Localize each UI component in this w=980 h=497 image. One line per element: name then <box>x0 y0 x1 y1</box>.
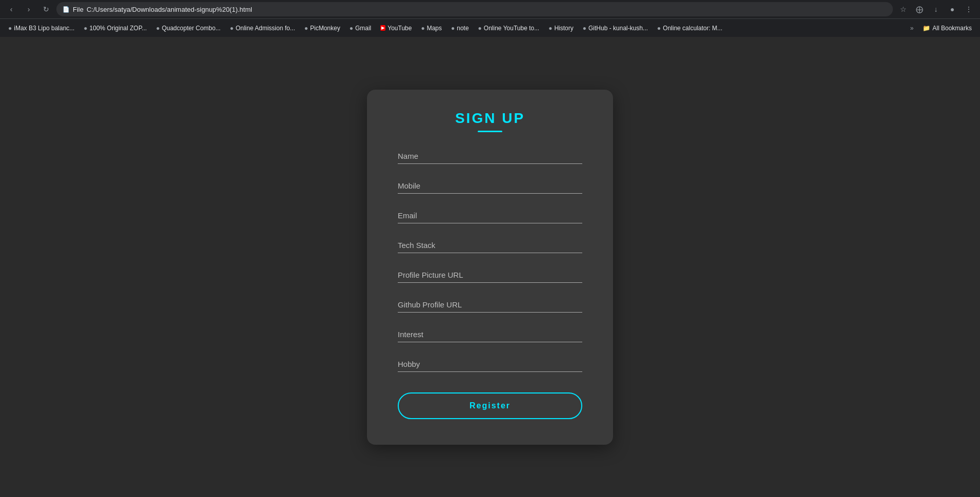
profile-pic-input[interactable] <box>398 267 582 283</box>
signup-card: SIGN UP <box>367 90 613 445</box>
bookmark-label-github: GitHub - kunal-kush... <box>588 25 648 32</box>
bookmark-calculator[interactable]: ● Online calculator: M... <box>653 22 726 35</box>
bookmarks-bar: ● iMax B3 Lipo balanc... ● 100% Original… <box>0 18 980 37</box>
title-bar-actions: ☆ ⨁ ↓ ● ⋮ <box>896 2 976 16</box>
bookmark-label-youtube: YouTube <box>387 25 412 32</box>
bookmark-label-admission: Online Admission fo... <box>236 25 295 32</box>
signup-form: Register <box>398 149 582 419</box>
menu-button[interactable]: ⋮ <box>962 2 976 16</box>
hobby-group <box>398 357 582 372</box>
register-button[interactable]: Register <box>398 392 582 419</box>
bookmark-history[interactable]: ● History <box>544 22 578 35</box>
browser-frame: ‹ › ↻ 📄 File C:/Users/satya/Downloads/an… <box>0 0 980 497</box>
bookmark-favicon-quad: ● <box>156 25 159 32</box>
hobby-input[interactable] <box>398 357 582 372</box>
bookmark-favicon-calculator: ● <box>657 25 661 32</box>
github-profile-group <box>398 297 582 313</box>
title-bar: ‹ › ↻ 📄 File C:/Users/satya/Downloads/an… <box>0 0 980 18</box>
bookmark-github[interactable]: ● GitHub - kunal-kush... <box>579 22 652 35</box>
bookmark-favicon-zop: ● <box>84 25 87 32</box>
tech-stack-group <box>398 238 582 253</box>
mobile-input[interactable] <box>398 178 582 194</box>
bookmark-label-calculator: Online calculator: M... <box>663 25 722 32</box>
bookmark-zop[interactable]: ● 100% Original ZOP... <box>79 22 151 35</box>
bookmark-favicon-picmonkey: ● <box>304 25 308 32</box>
interest-input[interactable] <box>398 327 582 342</box>
bookmark-favicon-admission: ● <box>230 25 233 32</box>
bookmark-favicon-gmail: ● <box>350 25 353 32</box>
back-button[interactable]: ‹ <box>4 2 18 16</box>
bookmark-label-online-youtube: Online YouTube to... <box>484 25 539 32</box>
tech-stack-input[interactable] <box>398 238 582 253</box>
bookmark-label-picmonkey: PicMonkey <box>310 25 340 32</box>
bookmark-imax[interactable]: ● iMax B3 Lipo balanc... <box>4 22 78 35</box>
name-input[interactable] <box>398 149 582 164</box>
bookmark-label-note: note <box>457 25 468 32</box>
profile-button[interactable]: ● <box>945 2 959 16</box>
address-text: C:/Users/satya/Downloads/animated-signup… <box>87 6 252 13</box>
bookmark-maps[interactable]: ● Maps <box>417 22 446 35</box>
bookmark-admission[interactable]: ● Online Admission fo... <box>226 22 299 35</box>
bookmark-youtube[interactable]: ▶ YouTube <box>376 22 416 35</box>
name-group <box>398 149 582 164</box>
bookmark-quadcopter[interactable]: ● Quadcopter Combo... <box>152 22 224 35</box>
bookmark-favicon-note: ● <box>451 25 455 32</box>
bookmark-label-gmail: Gmail <box>355 25 371 32</box>
bookmark-label-zop: 100% Original ZOP... <box>90 25 147 32</box>
email-input[interactable] <box>398 208 582 223</box>
bookmark-favicon-youtube: ▶ <box>380 25 385 31</box>
bookmark-note[interactable]: ● note <box>447 22 473 35</box>
extensions-button[interactable]: ⨁ <box>912 2 927 16</box>
bookmark-favicon-imax: ● <box>8 25 12 32</box>
address-bar[interactable]: 📄 File C:/Users/satya/Downloads/animated… <box>56 2 893 16</box>
page-content: SIGN UP <box>0 37 980 497</box>
bookmark-star-button[interactable]: ☆ <box>896 2 910 16</box>
bookmark-label-history: History <box>554 25 573 32</box>
bookmark-picmonkey[interactable]: ● PicMonkey <box>300 22 344 35</box>
bookmark-favicon-online-youtube: ● <box>478 25 482 32</box>
file-label: File <box>73 6 84 13</box>
github-profile-input[interactable] <box>398 297 582 313</box>
all-bookmarks-label: All Bookmarks <box>932 25 972 32</box>
interest-group <box>398 327 582 342</box>
title-underline <box>478 131 502 132</box>
bookmark-favicon-github: ● <box>583 25 586 32</box>
downloads-button[interactable]: ↓ <box>929 2 943 16</box>
bookmark-label-maps: Maps <box>427 25 442 32</box>
file-icon: 📄 <box>63 6 70 13</box>
all-bookmarks-button[interactable]: 📁 All Bookmarks <box>918 23 976 33</box>
email-group <box>398 208 582 223</box>
bookmark-gmail[interactable]: ● Gmail <box>345 22 376 35</box>
bookmark-favicon-maps: ● <box>421 25 424 32</box>
mobile-group <box>398 178 582 194</box>
bookmark-label-imax: iMax B3 Lipo balanc... <box>14 25 74 32</box>
folder-icon: 📁 <box>923 25 930 32</box>
more-bookmarks-button[interactable]: » <box>906 23 918 33</box>
profile-pic-group <box>398 267 582 283</box>
forward-button[interactable]: › <box>22 2 36 16</box>
bookmark-label-quad: Quadcopter Combo... <box>162 25 221 32</box>
reload-button[interactable]: ↻ <box>39 2 53 16</box>
bookmark-online-youtube[interactable]: ● Online YouTube to... <box>474 22 544 35</box>
signup-title: SIGN UP <box>398 110 582 127</box>
bookmark-favicon-history: ● <box>548 25 552 32</box>
